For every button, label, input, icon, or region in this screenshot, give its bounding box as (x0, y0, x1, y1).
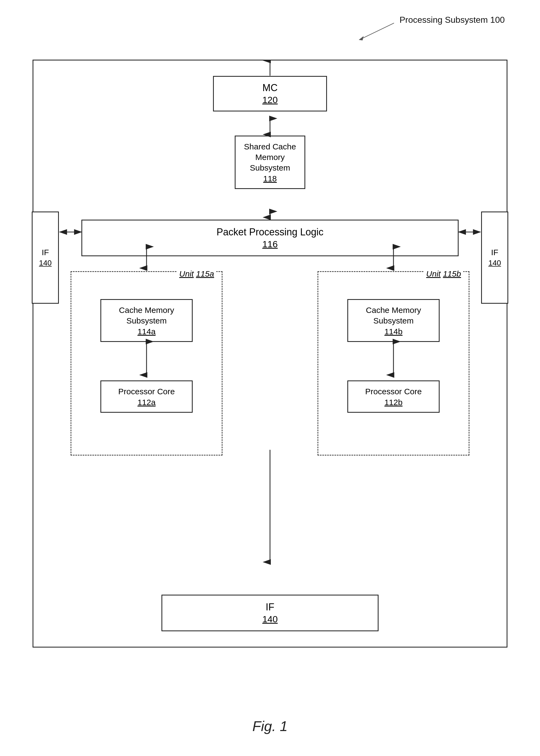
unit-a-label: Unit 115a (177, 269, 216, 278)
ppl-label: Packet Processing Logic (88, 226, 452, 238)
page: Processing Subsystem 100 MC 120 Shared C… (0, 0, 540, 756)
proc-b-label: Processor Core (353, 386, 433, 397)
unit-b-label-text: Unit (426, 269, 441, 278)
if-bottom-label: IF (266, 601, 274, 612)
unit-b-number: 115b (443, 269, 461, 278)
svg-line-0 (361, 23, 394, 39)
unit-a-label-text: Unit (179, 269, 194, 278)
if-right-number: 140 (488, 259, 501, 268)
ppl-box: Packet Processing Logic 116 (81, 220, 459, 256)
if-left-box: IF 140 (32, 211, 59, 304)
processing-subsystem-label: Processing Subsystem 100 (348, 15, 505, 42)
diagram-area: MC 120 Shared Cache Memory Subsystem 118… (33, 60, 507, 648)
unit-b-box: Unit 115b Cache Memory Subsystem 114b Pr… (318, 271, 470, 456)
ppl-number: 116 (88, 239, 452, 250)
proc-a-number: 112a (107, 398, 187, 407)
if-left-number: 140 (39, 259, 52, 268)
cache-a-label: Cache Memory Subsystem (107, 305, 187, 326)
if-right-label: IF (491, 248, 498, 257)
unit-a-number: 115a (196, 269, 214, 278)
cache-a-box: Cache Memory Subsystem 114a (100, 299, 193, 342)
if-left-label: IF (42, 248, 49, 257)
proc-a-box: Processor Core 112a (100, 380, 193, 413)
if-bottom-number: 140 (168, 614, 372, 624)
fig-caption: Fig. 1 (252, 718, 288, 734)
mc-box: MC 120 (213, 76, 327, 111)
if-bottom-box: IF 140 (162, 594, 378, 631)
cache-b-label: Cache Memory Subsystem (353, 305, 433, 326)
proc-b-number: 112b (353, 398, 433, 407)
proc-b-box: Processor Core 112b (347, 380, 440, 413)
unit-a-box: Unit 115a Cache Memory Subsystem 114a Pr… (70, 271, 222, 456)
shared-cache-box: Shared Cache Memory Subsystem 118 (235, 136, 305, 189)
proc-a-label: Processor Core (107, 386, 187, 397)
mc-number: 120 (222, 95, 318, 105)
cache-a-number: 114a (107, 327, 187, 336)
svg-marker-1 (359, 36, 364, 41)
mc-label: MC (222, 82, 318, 94)
unit-b-label: Unit 115b (424, 269, 463, 278)
label-arrow-icon (348, 20, 397, 42)
shared-cache-number: 118 (241, 174, 299, 183)
processing-subsystem-text: Processing Subsystem 100 (399, 15, 505, 25)
if-right-box: IF 140 (481, 211, 508, 304)
shared-cache-label: Shared Cache Memory Subsystem (241, 141, 299, 173)
cache-b-box: Cache Memory Subsystem 114b (347, 299, 440, 342)
cache-b-number: 114b (353, 327, 433, 336)
